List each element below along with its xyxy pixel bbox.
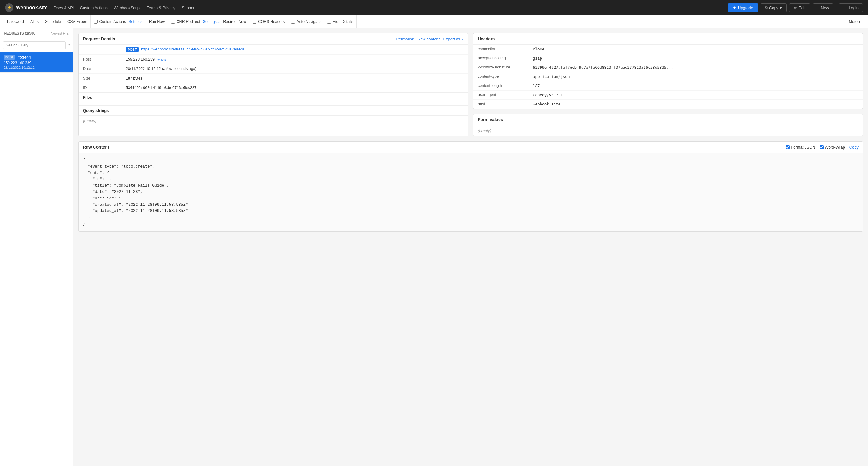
toolbar-schedule[interactable]: Schedule (42, 15, 64, 28)
nav-custom-actions[interactable]: Custom Actions (80, 5, 107, 10)
toolbar-cors-headers: CORS Headers (249, 15, 288, 28)
host-label: Host (83, 57, 126, 62)
header-row: user-agentConvoy/v0.7.1 (473, 91, 863, 100)
hide-details-checkbox[interactable] (327, 20, 331, 24)
header-name: content-type (478, 74, 533, 78)
request-details-header: Request Details Permalink Raw content Ex… (79, 33, 468, 45)
id-label: ID (83, 86, 126, 90)
header-row: content-length187 (473, 81, 863, 91)
chevron-down-icon: ▾ (859, 19, 861, 24)
star-icon: ★ (733, 5, 736, 10)
header-name: content-length (478, 84, 533, 88)
headers-title: Headers (478, 36, 495, 41)
host-row: Host 159.223.160.239 whois (79, 55, 468, 64)
toolbar-auto-navigate: Auto Navigate (288, 15, 324, 28)
format-json-checkbox[interactable] (786, 145, 789, 149)
raw-content-body: { "event_type": "todo.create", "data": {… (79, 153, 863, 231)
new-button[interactable]: + New (813, 3, 834, 12)
xhr-redirect-checkbox[interactable] (171, 20, 175, 24)
nav-divider (836, 3, 836, 12)
permalink-link[interactable]: Permalink (396, 37, 414, 41)
auto-navigate-label: Auto Navigate (297, 20, 321, 24)
raw-content-title: Raw Content (83, 145, 109, 149)
header-value: application/json (533, 74, 859, 79)
form-values-header: Form values (473, 114, 863, 125)
copy-button[interactable]: ⎘ Copy ▾ (761, 3, 786, 12)
header-name: accept-encoding (478, 56, 533, 60)
toolbar-custom-actions: Custom Actions Settings... Run Now (91, 15, 168, 28)
toolbar-csv-export[interactable]: CSV Export (64, 15, 91, 28)
request-url[interactable]: https://webhook.site/f60fa8c4-6f69-4447-… (141, 47, 244, 52)
whois-link[interactable]: whois (157, 58, 166, 61)
login-button[interactable]: → Login (839, 3, 863, 12)
format-json-label: Format JSON (791, 145, 815, 149)
toolbar-more[interactable]: More ▾ (845, 15, 864, 28)
sidebar: REQUESTS (1/500) Newest First ? POST #53… (0, 28, 73, 466)
size-label: Size (83, 76, 126, 80)
form-values-empty: (empty) (473, 125, 863, 136)
header-value: close (533, 47, 859, 52)
cors-headers-checkbox[interactable] (252, 20, 256, 24)
main-layout: REQUESTS (1/500) Newest First ? POST #53… (0, 28, 868, 466)
nav-terms[interactable]: Terms & Privacy (147, 5, 176, 10)
header-name: connection (478, 47, 533, 51)
header-value: gzip (533, 56, 859, 61)
export-as-dropdown[interactable]: Export as ▾ (443, 37, 464, 41)
xhr-redirect-settings[interactable]: Settings... (203, 20, 220, 24)
header-name: x-convoy-signature (478, 65, 533, 69)
date-value: 28/11/2022 10:12:12 (a few seconds ago) (126, 67, 464, 71)
headers-panel-header: Headers (473, 33, 863, 45)
request-details-title: Request Details (83, 36, 115, 41)
requests-count: REQUESTS (1/500) (4, 31, 36, 35)
search-input[interactable] (3, 41, 66, 49)
list-item[interactable]: POST #53444 159.223.160.239 28/11/2022 1… (0, 52, 73, 73)
custom-actions-settings[interactable]: Settings... (128, 20, 146, 24)
nav-links: Docs & API Custom Actions WebhookScript … (54, 5, 722, 10)
edit-icon: ✏ (794, 5, 797, 10)
login-icon: → (843, 5, 847, 10)
raw-content-header: Raw Content Format JSON Word-Wrap Copy (79, 141, 863, 153)
help-icon[interactable]: ? (68, 43, 70, 48)
toolbar-alias[interactable]: Alias (27, 15, 42, 28)
cors-headers-label: CORS Headers (258, 20, 285, 24)
word-wrap-checkbox[interactable] (819, 145, 824, 149)
size-row: Size 187 bytes (79, 74, 468, 83)
raw-content-link[interactable]: Raw content (417, 37, 439, 41)
custom-actions-checkbox[interactable] (94, 20, 98, 24)
top-navigation: ⚡ Webhook.site Docs & API Custom Actions… (0, 0, 868, 15)
toolbar: Password Alias Schedule CSV Export Custo… (0, 15, 868, 28)
upgrade-button[interactable]: ★ Upgrade (728, 3, 758, 12)
logo[interactable]: ⚡ Webhook.site (5, 3, 48, 12)
custom-actions-run[interactable]: Run Now (149, 20, 165, 24)
copy-dropdown-arrow: ▾ (780, 5, 782, 10)
nav-docs[interactable]: Docs & API (54, 5, 74, 10)
nav-support[interactable]: Support (182, 5, 196, 10)
header-name: host (478, 102, 533, 106)
word-wrap-option[interactable]: Word-Wrap (819, 145, 845, 149)
logo-text: Webhook.site (16, 5, 48, 10)
request-id: #53444 (18, 55, 31, 60)
header-value: 187 (533, 84, 859, 88)
raw-copy-link[interactable]: Copy (849, 145, 859, 149)
form-values-title: Form values (478, 117, 503, 122)
query-strings-empty: (empty) (79, 115, 468, 126)
logo-icon: ⚡ (5, 3, 13, 12)
edit-button[interactable]: ✏ Edit (789, 3, 810, 12)
nav-webhookscript[interactable]: WebhookScript (114, 5, 141, 10)
xhr-redirect-now[interactable]: Redirect Now (223, 20, 246, 24)
content-area: Request Details Permalink Raw content Ex… (73, 28, 868, 466)
toolbar-hide-details: Hide Details (324, 15, 356, 28)
toolbar-password[interactable]: Password (4, 15, 27, 28)
request-details-panel: Request Details Permalink Raw content Ex… (79, 33, 468, 136)
header-row: x-convoy-signature62399ef4927afef7ecbf9d… (473, 63, 863, 72)
header-row: connectionclose (473, 45, 863, 54)
auto-navigate-checkbox[interactable] (291, 20, 295, 24)
form-values-panel: Form values (empty) (473, 114, 863, 136)
header-value: 62399ef4927afef7ecbf9d7e7fe66d8813ff37ae… (533, 65, 859, 70)
header-row: accept-encodinggzip (473, 54, 863, 63)
sort-order[interactable]: Newest First (51, 32, 69, 35)
header-value: webhook.site (533, 102, 859, 106)
plus-icon: + (817, 5, 819, 10)
format-json-option[interactable]: Format JSON (786, 145, 815, 149)
size-value: 187 bytes (126, 76, 464, 80)
